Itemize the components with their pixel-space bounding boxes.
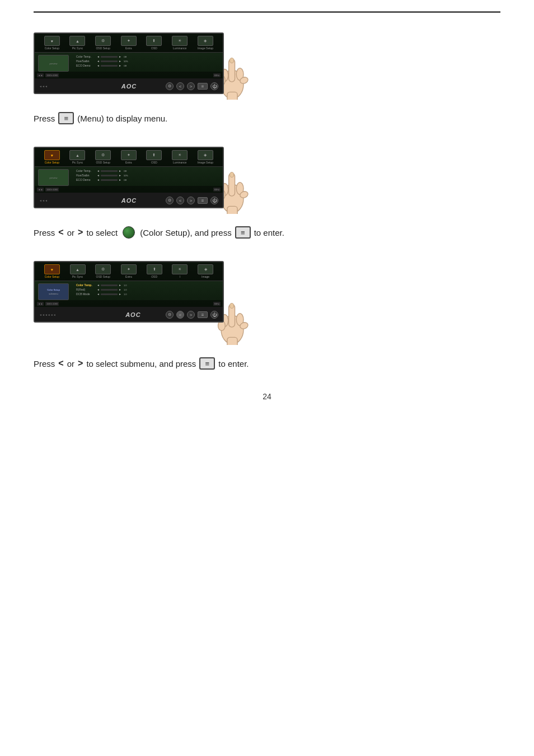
monitor-addr-2: ◄◄ 1920×1080 60Hz bbox=[35, 186, 223, 193]
addr-mid-1: 1920×1080 bbox=[45, 73, 59, 77]
osd-label-osd: OSD bbox=[151, 46, 157, 50]
osd-icon-lum: ☀ bbox=[172, 36, 188, 46]
addr-left-3: ◄◄ bbox=[37, 302, 44, 306]
osd-row-colortemp-label-3: Color Temp. bbox=[76, 283, 96, 287]
osd-top-bar-3: ♥ Color Setup ▲ Pic Sync ⚙ OSD Setup ✦ E… bbox=[35, 262, 223, 281]
monitor-btn-power-2[interactable]: ⏻ bbox=[210, 197, 218, 204]
monitor-btn-menu-3[interactable]: ≡ bbox=[198, 311, 208, 318]
addr-left-1: ◄◄ bbox=[37, 73, 44, 77]
osd-thumbnail-1: preview bbox=[38, 55, 72, 72]
instr2-menu-btn: ≡ bbox=[235, 226, 251, 239]
osd-icon-osdsetup-3: ⚙ bbox=[95, 264, 111, 274]
monitor-btn-power-3[interactable]: ⏻ bbox=[210, 311, 218, 319]
osd-col-img-2: ◈ Image Setup bbox=[198, 150, 213, 164]
osd-icon-img-3: ◈ bbox=[198, 264, 213, 274]
osd-icon-color-3: ♥ bbox=[44, 264, 60, 274]
osd-label-osd-3: OSD bbox=[151, 275, 157, 278]
osd-val-colortemp-2: Off bbox=[124, 170, 127, 172]
osd-icon-lum-2: ☀ bbox=[172, 150, 188, 160]
monitor-btn-left-2[interactable]: < bbox=[176, 197, 184, 204]
monitor-btn-right-2[interactable]: > bbox=[187, 197, 195, 204]
monitor-btn-menu-1[interactable]: ≡ bbox=[198, 83, 208, 90]
monitor-left-info-2: ◄◄◄ bbox=[39, 199, 48, 202]
osd-icon-img-2: ◈ bbox=[198, 150, 213, 160]
instr3-greater: > bbox=[78, 358, 83, 368]
monitor-btn-menu-2[interactable]: ≡ bbox=[198, 197, 208, 204]
osd-row-colortemp-label: Color Temp. bbox=[76, 55, 96, 58]
monitor-btn-settings-1[interactable]: ⚙ bbox=[166, 82, 174, 90]
instr1-rest: (Menu) to display menu. bbox=[77, 114, 167, 123]
osd-thumbnail-2: preview bbox=[38, 169, 72, 186]
osd-col-lum-3: ☀ I bbox=[172, 264, 188, 278]
osd-icon-pic: ▲ bbox=[69, 36, 85, 46]
svg-rect-23 bbox=[227, 337, 237, 345]
aoc-logo-3: AOC bbox=[125, 311, 140, 318]
addr-mid-3: 1920×1080 bbox=[45, 302, 59, 306]
monitor-btn-right-3[interactable]: > bbox=[187, 311, 195, 319]
osd-col-osdsetup-3: ⚙ OSD Setup bbox=[95, 264, 111, 278]
osd-col-osd-2: ⬆ OSD bbox=[146, 150, 162, 164]
instr1-press: Press bbox=[34, 114, 55, 123]
monitor-btn-power-1[interactable]: ⏻ bbox=[210, 82, 218, 90]
osd-col-osd-3: ⬆ OSD bbox=[147, 264, 162, 278]
osd-val-hue: 50% bbox=[124, 60, 128, 63]
section-2: ♥ Color Setup ▲ Pic Sync ⚙ OSD Setup ✦ E… bbox=[34, 147, 500, 239]
monitor-container-1: ♥ Color Setup ▲ Pic Sync ⚙ OSD Setup ✦ E… bbox=[34, 32, 500, 102]
addr-right-2: 60Hz bbox=[213, 188, 221, 192]
osd-bar-eco bbox=[101, 65, 118, 67]
osd-col-pic-2: ▲ Pic Sync bbox=[69, 150, 85, 164]
instr2-press: Press bbox=[34, 228, 55, 237]
addr-right-1: 60Hz bbox=[213, 73, 221, 77]
osd-icon-color: ♥ bbox=[44, 36, 60, 46]
osd-label-pic-2: Pic Sync bbox=[72, 161, 83, 164]
monitor-btn-left-3[interactable]: < bbox=[176, 311, 184, 319]
osd-row-colortemp-3: Color Temp. ◄ ► 1.0 bbox=[76, 283, 219, 287]
osd-menu-rows-3: Color Temp. ◄ ► 1.0 R(Red) ◄ ► 1.0 bbox=[76, 283, 219, 300]
osd-row-hue-label-2: Hue/Satbn bbox=[76, 174, 96, 177]
svg-rect-7 bbox=[227, 92, 237, 100]
section-1: ♥ Color Setup ▲ Pic Sync ⚙ OSD Setup ✦ E… bbox=[34, 32, 500, 124]
osd-val-hue-3: 1.0 bbox=[124, 288, 127, 291]
osd-bar-hue bbox=[101, 60, 118, 62]
osd-col-pic: ▲ Pic Sync bbox=[69, 36, 85, 50]
monitor-image-1: ♥ Color Setup ▲ Pic Sync ⚙ OSD Setup ✦ E… bbox=[34, 32, 224, 94]
instr2-toselect: to select bbox=[86, 228, 118, 237]
osd-row-colortemp: Color Temp. ◄ ► Off bbox=[76, 55, 219, 58]
monitor-container-3: ♥ Color Setup ▲ Pic Sync ⚙ OSD Setup ✦ E… bbox=[34, 261, 500, 347]
osd-thumb-img-2: preview bbox=[38, 169, 69, 186]
monitor-btn-settings-2[interactable]: ⚙ bbox=[166, 197, 174, 204]
osd-row-colortemp-label-2: Color Temp. bbox=[76, 169, 96, 172]
monitor-btn-left-1[interactable]: < bbox=[176, 82, 184, 90]
osd-val-colortemp: Off bbox=[124, 55, 127, 58]
osd-col-extra-3: ✦ Extra bbox=[121, 264, 137, 278]
osd-label-color-3: Color Setup bbox=[45, 275, 59, 278]
instr3-press: Press bbox=[34, 359, 55, 368]
osd-label-extra: Extra bbox=[125, 46, 132, 50]
osd-thumb-img-3: Color Setup submenu bbox=[38, 283, 69, 300]
osd-icon-extra-3: ✦ bbox=[121, 264, 137, 274]
osd-top-bar-2: ♥ Color Setup ▲ Pic Sync ⚙ OSD Setup ✦ E… bbox=[35, 148, 223, 167]
osd-label-osdsetup-3: OSD Setup bbox=[96, 275, 110, 278]
osd-col-img-3: ◈ Image bbox=[198, 264, 213, 278]
osd-icon-osd: ⬆ bbox=[146, 36, 162, 46]
monitor-image-3: ♥ Color Setup ▲ Pic Sync ⚙ OSD Setup ✦ E… bbox=[34, 261, 224, 323]
monitor-bottom-1: ◄◄◄ AOC ⚙ < > ≡ ⏻ bbox=[35, 78, 223, 94]
instr2-less: < bbox=[58, 227, 63, 237]
aoc-logo-1: AOC bbox=[121, 83, 137, 90]
monitor-btn-right-1[interactable]: > bbox=[187, 82, 195, 90]
monitor-btn-settings-3[interactable]: ⚙ bbox=[166, 311, 174, 319]
page-number: 24 bbox=[34, 392, 500, 401]
osd-row-hue-label: Hue/Satbn bbox=[76, 59, 96, 63]
osd-label-img: Image Setup bbox=[198, 46, 213, 50]
osd-row-eco-label-2: ECO Demo bbox=[76, 178, 96, 181]
aoc-logo-2: AOC bbox=[121, 197, 137, 204]
monitor-buttons-3: ⚙ < > ≡ ⏻ bbox=[166, 311, 218, 319]
osd-row-eco-3: DCB Mode ◄ ► 1.0 bbox=[76, 292, 219, 296]
osd-val-eco: Off bbox=[124, 64, 127, 67]
osd-bar-eco-2 bbox=[101, 179, 118, 181]
osd-val-eco-2: Off bbox=[124, 179, 127, 181]
monitor-left-info-1: ◄◄◄ bbox=[39, 85, 48, 88]
osd-row-hue-2: Hue/Satbn ◄ ► 50% bbox=[76, 174, 219, 177]
osd-label-pic: Pic Sync bbox=[72, 46, 83, 50]
osd-label-img-3: Image bbox=[202, 275, 209, 278]
